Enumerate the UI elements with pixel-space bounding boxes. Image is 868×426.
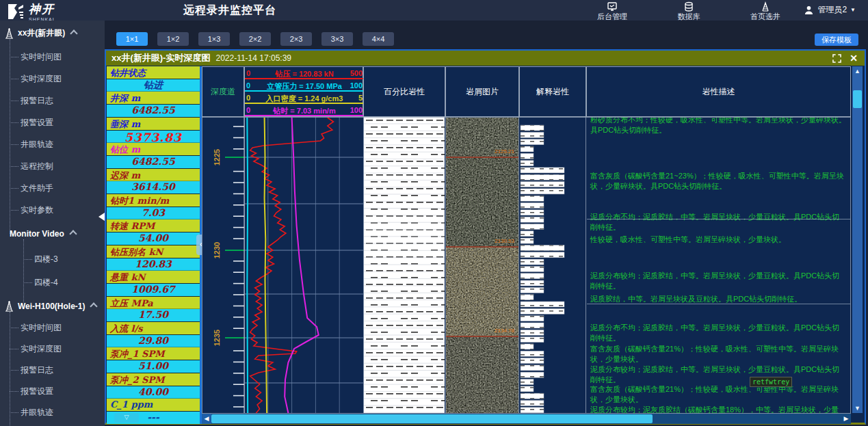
param-label-井深: 井深 m	[107, 92, 200, 104]
scroll-down-arrow-icon[interactable]: ▼	[852, 403, 863, 413]
close-icon[interactable]: ✕	[850, 51, 858, 66]
tree-connector	[10, 412, 18, 413]
tree-connector	[10, 144, 18, 145]
derrick-icon	[4, 28, 14, 39]
tree-item-label: 报警日志	[21, 95, 53, 107]
param-label-立压: 立压 MPa	[107, 297, 200, 309]
layout-button-4×4[interactable]: 4×4	[363, 32, 394, 46]
column-header-percent-lithology: 百分比岩性	[363, 66, 445, 117]
description-separator	[587, 219, 850, 219]
scroll-left-arrow-icon[interactable]: ◀	[202, 414, 211, 424]
param-label-钻压别名: 钻压别名 kN	[107, 245, 200, 258]
horizontal-scrollbar[interactable]: ◀ ▶	[202, 414, 851, 424]
well-tree-sidebar: xx井(新井眼)实时时间图实时深度图报警日志报警设置井眼轨迹远程控制文件助手实时…	[0, 21, 105, 426]
tree-item-实时时间图[interactable]: 实时时间图	[10, 322, 62, 334]
param-value-泵冲_1: 51.00	[107, 360, 200, 373]
layout-button-1×3[interactable]: 1×3	[198, 32, 230, 46]
tree-item-井眼轨迹[interactable]: 井眼轨迹	[10, 407, 53, 418]
nav-item-2[interactable]: 数据库	[665, 1, 713, 22]
user-menu[interactable]: 管理员2 ▼	[804, 4, 856, 16]
layout-button-2×3[interactable]: 2×3	[280, 32, 312, 46]
save-template-button[interactable]: 保存模板	[815, 34, 858, 46]
app-root: 神开 SHENKAI 远程录井监控平台 后台管理数据库首页选井 管理员2 ▼ 1…	[0, 0, 868, 426]
tree-item-报警日志[interactable]: 报警日志	[10, 95, 53, 107]
well-select-icon	[760, 1, 771, 12]
tree-item-实时参数[interactable]: 实时参数	[10, 204, 53, 216]
param-label-悬重: 悬重 kN	[107, 271, 200, 283]
tree-node-well-2[interactable]: Wei-H100(Hole-1)	[4, 301, 96, 312]
tree-connector	[10, 349, 18, 349]
param-value-垂深: 5373.83	[107, 131, 200, 143]
tree-item-label: 井眼轨迹	[21, 407, 53, 418]
realtime-parameter-panel: 钻井状态钻进井深 m6482.55垂深 m5373.83钻位 m6482.55迟…	[107, 66, 200, 424]
legend-underline	[245, 90, 364, 92]
layout-button-3×3[interactable]: 3×3	[321, 32, 353, 46]
database-icon	[683, 1, 694, 12]
param-label-入流: 入流 l/s	[107, 322, 200, 334]
tree-item-文件助手[interactable]: 文件助手	[10, 183, 53, 194]
lithology-description-column: 粉砂质分布不均；性较硬，吸水性、可塑性中等。岩屑呈块状，少量碎块状。具PDC钻头…	[587, 117, 850, 413]
tree-item-label: 文件助手	[21, 183, 53, 194]
lithology-description: 富含灰质（碳酸钙含量21%）；性较硬，吸水性、可塑性中等。岩屑呈碎块状，少量块状…	[590, 344, 846, 364]
fullscreen-icon[interactable]	[832, 54, 841, 63]
legend-max: 500	[350, 69, 363, 77]
user-caret-icon: ▼	[850, 7, 856, 13]
tree-item-label: 实时深度图	[21, 73, 62, 85]
tree-node-monitor-video[interactable]: Monitor Video	[10, 229, 76, 239]
layout-button-1×1[interactable]: 1×1	[116, 32, 148, 46]
param-value-转速: 54.00	[107, 232, 200, 245]
top-header-bar: 神开 SHENKAI 远程录井监控平台 后台管理数据库首页选井 管理员2 ▼	[0, 0, 868, 21]
logo-chinese-text: 神开	[29, 1, 55, 17]
tree-item-实时时间图[interactable]: 实时时间图	[10, 51, 62, 63]
legend-row-钻压: 0钻压 = 120.83 kN500	[245, 68, 364, 80]
tree-item-报警设置[interactable]: 报警设置	[10, 117, 53, 129]
window-timestamp: 2022-11-14 17:05:39	[215, 53, 291, 63]
collapse-chevron-icon[interactable]	[70, 29, 78, 37]
param-value-悬重: 1009.67	[107, 284, 200, 296]
tree-item-报警日志[interactable]: 报警日志	[10, 364, 53, 376]
window-title: xx井(新井眼)-实时深度图	[111, 52, 210, 64]
user-name: 管理员2	[817, 4, 847, 16]
collapse-chevron-icon[interactable]	[69, 230, 77, 237]
layout-button-2×2[interactable]: 2×2	[239, 32, 271, 46]
tree-item-实时深度图[interactable]: 实时深度图	[10, 343, 62, 355]
tree-item-井眼轨迹[interactable]: 井眼轨迹	[10, 139, 53, 150]
scroll-up-arrow-icon[interactable]: ▲	[852, 66, 863, 76]
tree-item-四楼-3[interactable]: 四楼-3	[23, 254, 58, 265]
tree-item-远程控制[interactable]: 远程控制	[10, 161, 53, 172]
photo-depth-label: 2134.78	[495, 328, 514, 334]
lithology-description: 泥质分布较均；泥质胶结，中等。岩屑呈块状，少量豆粒状。具PDC钻头切削特征。	[590, 364, 846, 385]
scroll-right-arrow-icon[interactable]: ▶	[841, 414, 851, 424]
vertical-scrollbar[interactable]: ▲ ▼	[852, 66, 863, 413]
tree-connector	[10, 391, 18, 392]
tree-item-label: 报警设置	[21, 117, 53, 129]
tree-item-报警设置[interactable]: 报警设置	[10, 386, 53, 397]
param-value-入流: 29.80	[107, 335, 200, 347]
lithology-description: 泥质分布不均；泥质胶结，中等。岩屑呈块状，少量豆粒状。具PDC钻头切削特征。	[590, 212, 846, 232]
horizontal-scroll-thumb[interactable]	[211, 414, 653, 423]
admin-console-icon	[607, 1, 618, 12]
tree-item-实时深度图[interactable]: 实时深度图	[10, 73, 62, 85]
depth-tick-label: 1230	[213, 242, 221, 258]
param-scroll-down-button[interactable]: ▽	[114, 413, 139, 423]
vertical-scroll-thumb[interactable]	[853, 90, 862, 108]
param-value-迟深: 3614.50	[107, 181, 200, 194]
layout-button-1×2[interactable]: 1×2	[157, 32, 189, 46]
tree-item-四楼-4[interactable]: 四楼-4	[23, 277, 58, 289]
lithology-description: 泥质胶结，中等。岩屑呈块状及豆粒状。具PDC钻头切削特征。	[590, 294, 846, 304]
shenkai-logo-icon	[7, 3, 25, 20]
collapse-chevron-icon[interactable]	[90, 302, 98, 310]
param-value-井深: 6482.55	[107, 105, 200, 117]
tree-item-label: 四楼-4	[34, 277, 58, 289]
tree-connector	[10, 122, 18, 123]
tree-node-well-1[interactable]: xx井(新井眼)	[4, 27, 77, 39]
param-label-迟深: 迟深 m	[107, 169, 200, 181]
tree-guide-line	[23, 239, 24, 302]
depth-tick-label: 1225	[213, 149, 221, 165]
tree-item-label: 井眼轨迹	[21, 139, 53, 150]
nav-item-3[interactable]: 首页选井	[741, 1, 789, 22]
nav-item-1[interactable]: 后台管理	[588, 1, 636, 22]
column-header-lithology-description: 岩性描述	[586, 66, 851, 117]
tree-item-label: Monitor Video	[10, 229, 64, 239]
sidebar-collapse-arrow-icon[interactable]	[98, 213, 105, 221]
